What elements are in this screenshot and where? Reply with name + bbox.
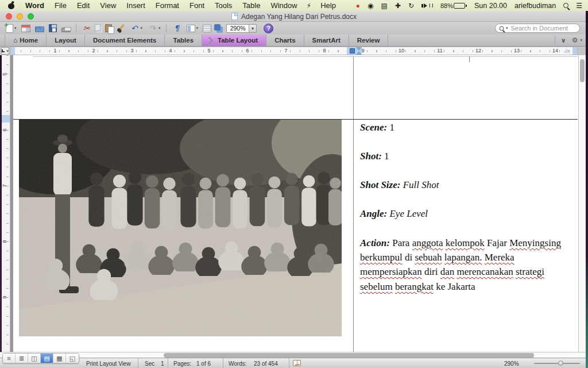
search-scope-caret[interactable]: ▾ [506, 26, 508, 30]
zoom-control[interactable]: 290% ▼ [226, 24, 257, 33]
help-button[interactable]: ? [264, 24, 273, 33]
text-cursor [469, 56, 470, 62]
left-margin-marker[interactable] [11, 47, 15, 55]
cut-button[interactable]: ✂ [79, 22, 94, 34]
vertical-scrollbar-thumb[interactable] [580, 59, 585, 82]
record-dot-icon[interactable]: ● [356, 2, 360, 9]
words-value[interactable]: 23 of 454 [254, 358, 278, 368]
publishing-layout-button[interactable]: ◫ [28, 354, 41, 363]
right-indent-marker[interactable] [563, 48, 570, 53]
show-paragraph-marks-button[interactable]: ¶ [169, 22, 184, 34]
section-value[interactable]: 1 [161, 358, 164, 368]
toolbox-button[interactable] [214, 22, 223, 34]
tab-tables[interactable]: Tables [165, 34, 202, 46]
misspelled-word: berangkat [395, 281, 434, 292]
notebook-layout-button[interactable]: ▦ [53, 354, 66, 363]
tab-charts[interactable]: Charts [266, 34, 304, 46]
new-document-button[interactable]: ▾ [3, 22, 19, 34]
tab-table-layout[interactable]: Table Layout [202, 34, 266, 46]
menu-item-view[interactable]: View [95, 1, 121, 10]
menu-item-word[interactable]: Word [20, 1, 49, 10]
vertical-ruler[interactable]: 56789 [2, 55, 10, 352]
apple-menu-icon[interactable] [8, 2, 14, 9]
toolbar-separator [166, 24, 167, 33]
tab-layout[interactable]: Layout [47, 34, 85, 46]
field-scene: Scene: 1 [360, 121, 575, 150]
save-button[interactable] [47, 22, 59, 34]
ribbon-collapse-icon[interactable]: ∨ [561, 37, 566, 44]
ruler-ticks [11, 50, 577, 52]
full-screen-button[interactable]: ◱ [66, 354, 79, 363]
ruler-number: 14 [552, 48, 558, 53]
creative-cloud-icon[interactable]: ◉ [368, 2, 373, 9]
print-button[interactable] [59, 22, 73, 34]
tab-home[interactable]: ⌂Home [5, 34, 47, 46]
ruler-number: 5 [2, 72, 7, 75]
misspelled-word: sebuah [415, 252, 442, 263]
menu-user[interactable]: ariefbudiman [514, 2, 556, 10]
battery-icon[interactable]: 88% [440, 2, 467, 9]
columns-button[interactable]: ▾ [184, 22, 201, 34]
tab-stop-selector[interactable]: ▾ [1, 47, 9, 55]
elements-gallery-button[interactable] [19, 22, 33, 34]
script-menu-icon[interactable]: ⚡ [303, 2, 315, 10]
undo-button[interactable]: ↶▾ [127, 22, 145, 34]
menu-item-insert[interactable]: Insert [121, 1, 150, 10]
menu-item-font[interactable]: Font [184, 1, 210, 10]
menu-item-window[interactable]: Window [265, 1, 302, 10]
table-text-cell[interactable]: Scene: 1Shot: 1Shot Size: Full ShotAngle… [360, 121, 575, 294]
ruler-number: 11 [437, 48, 442, 53]
menu-clock[interactable]: Sun 20.00 [474, 2, 507, 10]
copy-button[interactable] [94, 22, 103, 34]
menu-item-table[interactable]: Table [237, 1, 265, 10]
menu-item-tools[interactable]: Tools [210, 1, 237, 10]
tab-review[interactable]: Review [349, 34, 389, 46]
tab-document-elements[interactable]: Document Elements [85, 34, 165, 46]
zoom-slider-knob[interactable] [558, 361, 563, 366]
misspelled-word: anggota [412, 237, 443, 248]
menu-item-help[interactable]: Help [315, 1, 341, 10]
document-proxy-icon[interactable] [231, 13, 238, 20]
menu-item-edit[interactable]: Edit [72, 1, 95, 10]
open-button[interactable] [33, 22, 47, 34]
vertical-scrollbar[interactable] [578, 55, 586, 352]
zoom-dropdown-caret[interactable]: ▼ [249, 24, 257, 33]
outline-view-button[interactable]: ≣ [16, 354, 28, 363]
document-page[interactable]: Scene: 1Shot: 1Shot Size: Full ShotAngle… [13, 55, 578, 352]
horizontal-ruler[interactable]: 1234567891011121314 [10, 47, 578, 55]
spotlight-icon[interactable] [563, 3, 568, 8]
show-formatting-button[interactable] [200, 22, 214, 34]
misspelled-word: dan [440, 266, 455, 277]
home-icon: ⌂ [13, 36, 17, 44]
format-painter-button[interactable] [114, 22, 127, 34]
search-field[interactable]: ▾ [495, 24, 580, 33]
notification-center-icon[interactable]: ☰ [576, 2, 582, 10]
volume-icon[interactable] [421, 3, 433, 8]
menu-item-format[interactable]: Format [150, 1, 184, 10]
table-column-marker[interactable] [350, 48, 355, 53]
word: di [405, 252, 412, 263]
paste-button[interactable] [103, 22, 114, 34]
horizontal-scrollbar[interactable] [0, 352, 586, 358]
word: Fajar [487, 237, 507, 248]
search-input[interactable] [510, 24, 576, 32]
horizontal-scrollbar-thumb[interactable] [164, 353, 534, 358]
ribbon-gear-icon[interactable]: ⚙▾ [572, 36, 582, 44]
draft-view-button[interactable]: ≡ [3, 354, 16, 363]
zoom-value[interactable]: 290% [226, 24, 249, 33]
redo-button[interactable]: ↷▾ [145, 22, 163, 34]
standard-toolbar: ▾✂↶▾↷▾¶▾ 290% ▼ ? ▾ [0, 22, 588, 34]
sync-icon[interactable]: ↻ [408, 2, 414, 9]
view-mode-label[interactable]: Print Layout View [86, 358, 131, 368]
zoom-slider[interactable] [534, 363, 580, 364]
menu-items: WordFileEditViewInsertFormatFontToolsTab… [20, 1, 303, 10]
spelling-status-icon[interactable] [293, 360, 301, 366]
move-tool-icon[interactable]: ✚ [395, 2, 401, 9]
layers-icon[interactable]: ▤ [381, 2, 387, 9]
misspelled-word: sebelum [360, 281, 393, 292]
print-layout-button[interactable]: ▤ [41, 354, 53, 363]
tab-smartart[interactable]: SmartArt [304, 34, 349, 46]
pages-label: Pages: [173, 358, 191, 368]
menu-item-file[interactable]: File [49, 1, 72, 10]
pages-value[interactable]: 1 of 6 [196, 358, 211, 368]
